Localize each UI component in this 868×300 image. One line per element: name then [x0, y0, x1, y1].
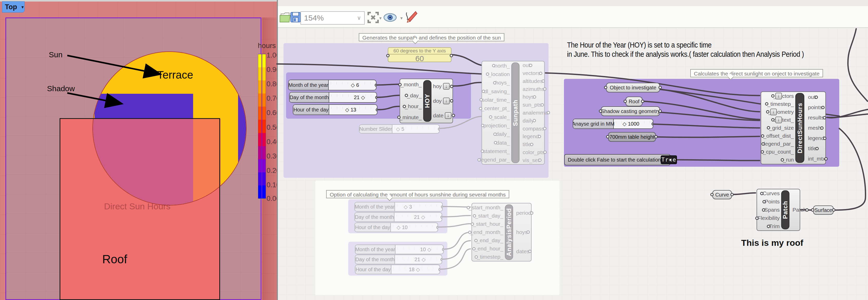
input-nub[interactable] — [606, 135, 610, 139]
slider-rail[interactable]: ◇ 1000 — [614, 119, 653, 128]
output-nub[interactable] — [441, 205, 443, 209]
group-caption[interactable]: Calculates the direct sunlight on onject… — [690, 69, 823, 77]
port-nub[interactable] — [755, 216, 758, 220]
port-nub[interactable] — [815, 147, 819, 150]
input-port[interactable]: _center_pt_ — [481, 105, 510, 112]
output-port[interactable]: hoy↓ — [433, 83, 451, 90]
input-port[interactable]: ↓_vectors — [774, 93, 794, 99]
input-port[interactable]: _end_day_ — [477, 237, 503, 243]
input-port[interactable]: _cpu_count_ — [763, 149, 794, 155]
output-nub[interactable] — [832, 208, 835, 212]
port-nub[interactable] — [762, 208, 765, 212]
output-nub[interactable] — [376, 108, 377, 112]
slider-month-of-year[interactable]: Month of the year ◇ 6 — [288, 80, 376, 90]
input-port[interactable]: _offset_dist_ — [763, 133, 794, 139]
group-caption[interactable]: Option of calculating the amount of hour… — [326, 190, 509, 198]
input-port[interactable]: statement_ — [483, 148, 510, 154]
input-port[interactable]: Points — [765, 199, 780, 205]
port-nub[interactable] — [533, 119, 536, 122]
port-nub[interactable] — [540, 103, 544, 107]
output-port[interactable]: title — [523, 141, 531, 147]
component-name-strip[interactable]: HOY — [423, 80, 431, 122]
output-port[interactable]: hoys — [523, 94, 534, 100]
param-curve[interactable]: Curve — [712, 190, 732, 199]
input-nub[interactable] — [386, 54, 390, 57]
output-port[interactable]: period — [516, 210, 531, 216]
port-nub[interactable] — [474, 255, 478, 259]
port-nub[interactable] — [762, 142, 765, 146]
output-nub[interactable] — [730, 193, 734, 196]
input-port[interactable]: _month_ — [401, 82, 422, 88]
input-port[interactable]: _end_month_ — [470, 229, 503, 235]
input-port[interactable]: _hour_ — [405, 103, 422, 110]
number-slider[interactable]: Number Slider ◇ 5 — [359, 124, 440, 133]
port-nub[interactable] — [479, 107, 482, 110]
input-port[interactable]: solar_time_ — [482, 97, 510, 103]
input-nub[interactable] — [710, 193, 714, 196]
output-port[interactable]: vis_set — [523, 157, 539, 163]
port-nub[interactable] — [543, 127, 547, 130]
port-nub[interactable] — [820, 126, 824, 130]
output-port[interactable]: dates — [516, 248, 529, 254]
port-nub[interactable] — [539, 72, 542, 75]
output-nub[interactable] — [438, 268, 440, 271]
down-arrow-icon[interactable]: ↓ — [775, 117, 782, 123]
down-arrow-icon[interactable]: ↓ — [445, 112, 452, 119]
slider-end-day[interactable]: Day of the month 21 ◇ — [355, 254, 442, 264]
slider-end-month[interactable]: Month of the year 10 ◇ — [355, 244, 444, 254]
direct-sun-hours-component[interactable]: ↓_vectors _timestep_ ↓_geometry ↓context… — [761, 91, 826, 164]
input-port[interactable]: Trim — [769, 223, 780, 229]
output-nub[interactable] — [450, 54, 453, 57]
input-port[interactable]: data_ — [496, 140, 510, 146]
slider-day-of-month[interactable]: Day of the month 21 ◇ — [289, 92, 377, 103]
analysis-period-component[interactable]: _start_month_ _start_day_ _start_hour_ _… — [471, 203, 532, 262]
input-port[interactable]: _scale_ — [491, 114, 510, 120]
output-port[interactable]: azimuths — [523, 86, 544, 92]
port-nub[interactable] — [771, 94, 775, 98]
port-nub[interactable] — [824, 157, 828, 160]
input-port[interactable]: hoys_ — [495, 80, 510, 86]
input-port[interactable]: _timestep_ — [767, 101, 794, 107]
port-nub[interactable] — [482, 90, 485, 93]
input-nub[interactable] — [604, 86, 607, 89]
port-nub[interactable] — [493, 81, 496, 85]
input-port[interactable]: _day_ — [407, 92, 422, 99]
port-nub[interactable] — [814, 95, 818, 99]
input-port[interactable]: _timestep_ — [477, 254, 503, 260]
output-port[interactable]: vectors — [523, 70, 540, 76]
slider-rail[interactable]: ◇ 10 — [391, 223, 438, 232]
port-nub[interactable] — [474, 239, 478, 242]
output-nub[interactable] — [658, 86, 662, 89]
port-nub[interactable] — [538, 158, 541, 162]
param-object-to-investigate[interactable]: Object to investigate — [606, 83, 660, 92]
output-port[interactable]: doy↓ — [433, 98, 451, 104]
port-nub[interactable] — [489, 115, 492, 119]
port-nub[interactable] — [530, 143, 533, 146]
slider-start-month[interactable]: Month of the year ◇ 3 — [354, 202, 443, 212]
port-nub[interactable] — [544, 151, 547, 154]
port-nub[interactable] — [450, 85, 453, 88]
component-name-strip[interactable]: Patch — [781, 190, 789, 229]
input-port[interactable]: legend_par_ — [764, 141, 794, 147]
input-port[interactable]: _start_day_ — [475, 213, 503, 219]
output-nub[interactable] — [669, 158, 672, 161]
port-nub[interactable] — [493, 132, 497, 136]
port-nub[interactable] — [473, 214, 476, 217]
output-nub[interactable] — [440, 258, 442, 261]
port-nub[interactable] — [403, 105, 406, 108]
port-nub[interactable] — [823, 116, 826, 119]
input-nub[interactable] — [811, 208, 814, 212]
patch-component[interactable]: Curves Points Spans Flexibility Trim Pat… — [756, 189, 800, 231]
output-nub[interactable] — [375, 84, 376, 87]
slider-start-day[interactable]: Day of the month 21 ◇ — [354, 212, 442, 222]
param-shadow-casting-geometry[interactable]: Shadow casting geometry — [601, 106, 660, 116]
output-nub[interactable] — [442, 248, 444, 251]
output-port[interactable]: analemma — [523, 110, 548, 116]
input-nub[interactable] — [599, 110, 602, 113]
slider-rail[interactable]: ◇ 5 — [393, 125, 439, 133]
output-port[interactable]: hoys — [516, 229, 527, 235]
port-nub[interactable] — [471, 222, 474, 226]
output-port[interactable]: results — [808, 115, 824, 121]
input-port[interactable]: _end_hour_ — [474, 245, 503, 252]
output-port[interactable]: points — [808, 104, 822, 111]
